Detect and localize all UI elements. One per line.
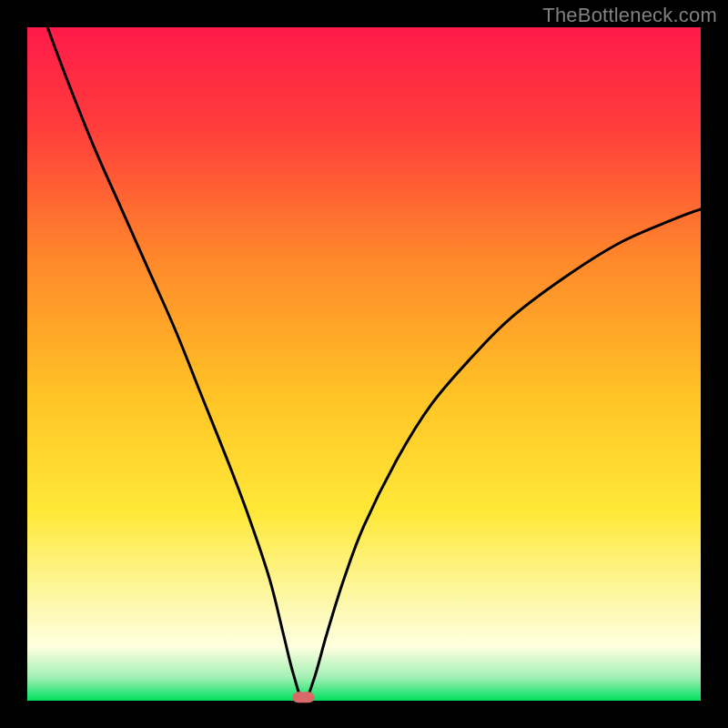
chart-frame: TheBottleneck.com: [0, 0, 728, 728]
chart-svg: [0, 0, 728, 728]
min-marker: [292, 692, 314, 703]
watermark-text: TheBottleneck.com: [542, 4, 717, 27]
plot-background: [27, 27, 701, 701]
